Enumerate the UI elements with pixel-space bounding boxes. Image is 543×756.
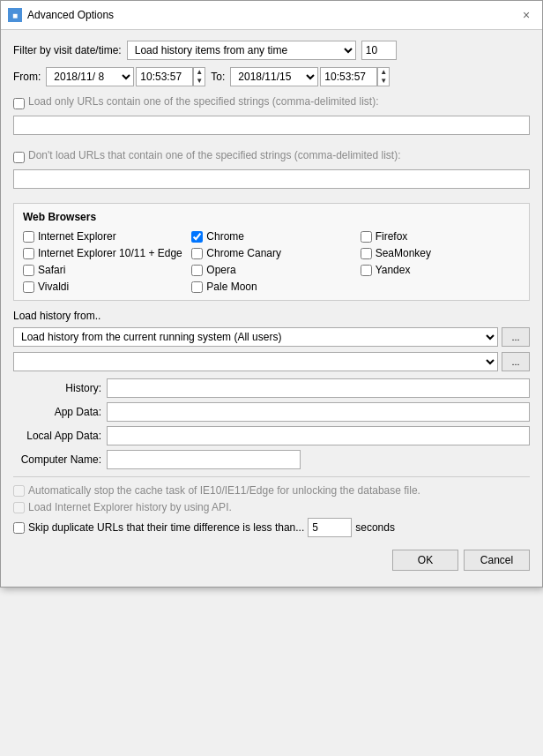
app-data-input[interactable] (107, 402, 530, 422)
to-time-spinner: ▲ ▼ (320, 67, 390, 86)
app-icon: ■ (8, 8, 22, 22)
cancel-button[interactable]: Cancel (464, 550, 530, 571)
divider1 (13, 476, 530, 477)
browser-label-chrome: Chrome (206, 230, 244, 243)
filter-number[interactable] (361, 41, 397, 60)
auto-stop-checkbox[interactable] (13, 485, 25, 497)
browser-checkbox-seamonkey[interactable] (361, 248, 372, 259)
from-time-up[interactable]: ▲ (194, 68, 205, 77)
skip-duplicate-row: Skip duplicate URLs that their time diff… (13, 518, 530, 537)
browser-item-chrome-canary[interactable]: Chrome Canary (191, 247, 351, 259)
browser-label-safari: Safari (38, 264, 65, 276)
browsers-title: Web Browsers (23, 211, 520, 223)
browser-checkbox-ie-edge[interactable] (23, 248, 34, 259)
browsers-grid: Internet Explorer Chrome Firefox Interne… (23, 230, 520, 293)
browser-checkbox-vivaldi[interactable] (23, 281, 34, 293)
url-filter2-row: Don't load URLs that contain one of the … (13, 149, 530, 165)
load-ie-api-checkbox[interactable] (13, 502, 25, 513)
browser-label-ie: Internet Explorer (38, 230, 116, 243)
skip-unit-label: seconds (355, 521, 395, 534)
local-app-data-input[interactable] (107, 426, 530, 445)
browser-checkbox-opera[interactable] (191, 265, 203, 276)
fields-section: History: App Data: Local App Data: Compu… (13, 378, 530, 469)
url-filter2-label[interactable]: Don't load URLs that contain one of the … (28, 149, 400, 161)
url-filter2-input[interactable] (13, 169, 530, 189)
history-input[interactable] (107, 378, 530, 398)
browse-button1[interactable]: ... (502, 327, 530, 347)
app-data-field-row: App Data: (13, 402, 530, 422)
from-time-down[interactable]: ▼ (194, 77, 205, 86)
skip-duplicate-checkbox[interactable] (13, 522, 25, 534)
filter-label: Filter by visit date/time: (13, 44, 122, 56)
filter-row: Filter by visit date/time: Load history … (13, 41, 530, 60)
load-history-dropdown[interactable]: Load history from the current running sy… (13, 327, 498, 347)
from-time-spinner: ▲ ▼ (136, 67, 205, 86)
browser-item-chrome[interactable]: Chrome (191, 230, 351, 243)
browser-item-seamonkey[interactable]: SeaMonkey (361, 247, 520, 259)
browser-checkbox-safari[interactable] (23, 265, 34, 276)
load-dropdown-row1: Load history from the current running sy… (13, 327, 530, 347)
browser-label-vivaldi: Vivaldi (38, 281, 69, 293)
browser-checkbox-firefox[interactable] (361, 231, 372, 243)
to-date-group: 2018/11/15 ▲ ▼ (230, 67, 390, 86)
browser-item-pale-moon[interactable]: Pale Moon (191, 281, 351, 293)
url-filter1-input[interactable] (13, 116, 530, 135)
window-title: Advanced Options (27, 9, 114, 21)
from-label: From: (13, 71, 41, 83)
computer-name-field-row: Computer Name: (13, 450, 530, 469)
url-filter1-label[interactable]: Load only URLs contain one of the specif… (28, 95, 379, 108)
browser-label-firefox: Firefox (376, 230, 408, 243)
to-time-arrows: ▲ ▼ (377, 67, 390, 86)
browser-checkbox-yandex[interactable] (361, 265, 372, 276)
browser-label-chrome-canary: Chrome Canary (206, 247, 281, 259)
browser-item-opera[interactable]: Opera (191, 264, 351, 276)
skip-duplicate-label[interactable]: Skip duplicate URLs that their time diff… (28, 521, 304, 534)
buttons-row: OK Cancel (13, 544, 530, 576)
browser-label-opera: Opera (206, 264, 235, 276)
ok-button[interactable]: OK (392, 550, 458, 571)
browsers-section: Web Browsers Internet Explorer Chrome Fi… (13, 203, 530, 301)
url-filter1-checkbox[interactable] (13, 98, 25, 109)
browser-item-ie[interactable]: Internet Explorer (23, 230, 182, 243)
browser-checkbox-pale-moon[interactable] (191, 281, 203, 293)
computer-name-input[interactable] (107, 450, 301, 469)
load-ie-api-label: Load Internet Explorer history by using … (28, 501, 232, 513)
load-history-title: Load history from.. (13, 310, 530, 322)
browser-label-ie-edge: Internet Explorer 10/11 + Edge (38, 247, 182, 259)
browser-checkbox-chrome-canary[interactable] (191, 248, 203, 259)
browser-item-yandex[interactable]: Yandex (361, 264, 520, 276)
to-time-down[interactable]: ▼ (378, 77, 389, 86)
to-date-select[interactable]: 2018/11/15 (230, 67, 318, 86)
browser-label-yandex: Yandex (376, 264, 411, 276)
browse-button2[interactable]: ... (502, 352, 530, 371)
browser-item-safari[interactable]: Safari (23, 264, 182, 276)
from-time-input[interactable] (136, 67, 193, 86)
from-date-select[interactable]: 2018/11/ 8 (46, 67, 134, 86)
skip-number-input[interactable] (308, 518, 352, 537)
bottom-section: Automatically stop the cache task of IE1… (13, 484, 530, 537)
app-data-label: App Data: (13, 406, 101, 418)
to-time-up[interactable]: ▲ (378, 68, 389, 77)
to-time-input[interactable] (320, 67, 377, 86)
auto-stop-row: Automatically stop the cache task of IE1… (13, 484, 530, 497)
close-button[interactable]: × (517, 6, 535, 24)
title-bar: ■ Advanced Options × (1, 1, 542, 30)
from-date-group: 2018/11/ 8 ▲ ▼ (46, 67, 205, 86)
auto-stop-label: Automatically stop the cache task of IE1… (28, 484, 420, 497)
browser-placeholder (361, 281, 520, 293)
load-history-dropdown2[interactable] (13, 352, 498, 371)
browser-checkbox-ie[interactable] (23, 231, 34, 243)
url-filter2-checkbox[interactable] (13, 152, 25, 163)
url-filter1-section: Load only URLs contain one of the specif… (13, 95, 530, 142)
computer-name-label: Computer Name: (13, 453, 101, 466)
browser-item-vivaldi[interactable]: Vivaldi (23, 281, 182, 293)
from-time-arrows: ▲ ▼ (193, 67, 205, 86)
filter-dropdown[interactable]: Load history items from any timeFilter b… (127, 41, 356, 60)
browser-item-firefox[interactable]: Firefox (361, 230, 520, 243)
browser-item-ie-edge[interactable]: Internet Explorer 10/11 + Edge (23, 247, 182, 259)
browser-label-pale-moon: Pale Moon (206, 281, 257, 293)
url-filter2-section: Don't load URLs that contain one of the … (13, 149, 530, 196)
load-dropdown-row2: ... (13, 352, 530, 371)
date-range-row: From: 2018/11/ 8 ▲ ▼ To: 2018/11/15 ▲ (13, 67, 530, 86)
browser-checkbox-chrome[interactable] (191, 231, 203, 243)
